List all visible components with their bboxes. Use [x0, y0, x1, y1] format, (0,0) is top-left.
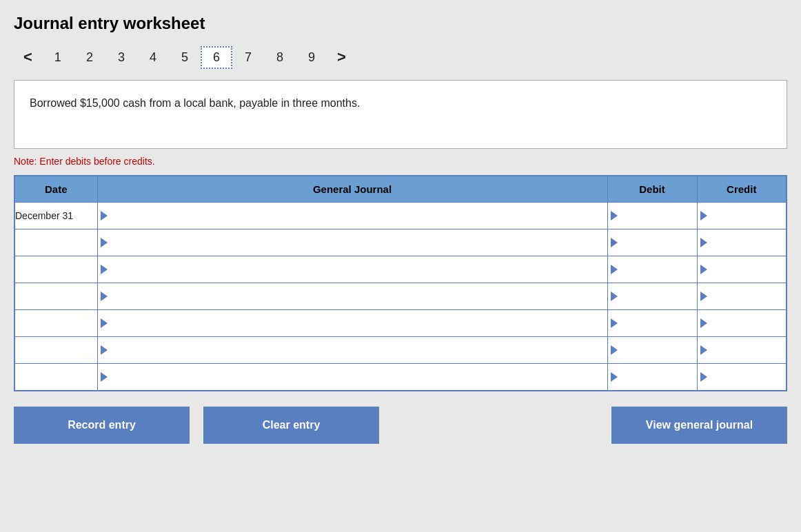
debit-cell-2[interactable] [607, 229, 697, 256]
debit-cell-5[interactable] [607, 310, 697, 337]
credit-input-4[interactable] [710, 283, 787, 309]
date-cell-6 [14, 337, 97, 364]
arrow-indicator [611, 291, 618, 301]
debit-input-7[interactable] [620, 364, 697, 390]
journal-input-7[interactable] [110, 364, 607, 390]
credit-cell-7[interactable] [697, 364, 787, 391]
journal-cell-5[interactable] [97, 310, 607, 337]
next-arrow[interactable]: > [327, 45, 356, 69]
debit-input-3[interactable] [620, 256, 697, 283]
journal-cell-2[interactable] [97, 229, 607, 256]
record-entry-button[interactable]: Record entry [14, 407, 190, 444]
arrow-indicator [611, 318, 618, 328]
journal-input-2[interactable] [110, 229, 607, 256]
page-title: Journal entry worksheet [14, 14, 787, 33]
col-header-journal: General Journal [97, 176, 607, 203]
arrow-indicator [700, 372, 707, 382]
arrow-indicator [700, 211, 707, 221]
credit-input-6[interactable] [710, 337, 787, 363]
table-row: December 31 [14, 203, 787, 229]
description-box: Borrowed $15,000 cash from a local bank,… [14, 80, 787, 149]
arrow-indicator [101, 291, 108, 301]
nav-page-9[interactable]: 9 [296, 46, 327, 69]
credit-cell-1[interactable] [697, 203, 787, 229]
arrow-indicator [700, 318, 707, 328]
credit-input-3[interactable] [710, 256, 787, 283]
journal-table: Date General Journal Debit Credit Decemb… [14, 175, 787, 391]
view-general-journal-button[interactable]: View general journal [611, 407, 787, 444]
arrow-indicator [700, 265, 707, 274]
buttons-row: Record entry Clear entry View general jo… [14, 407, 787, 444]
arrow-indicator [611, 238, 618, 247]
table-row [14, 337, 787, 364]
nav-page-7[interactable]: 7 [232, 46, 264, 69]
note-text: Note: Enter debits before credits. [14, 156, 787, 167]
nav-page-1[interactable]: 1 [42, 46, 74, 69]
debit-input-4[interactable] [620, 283, 697, 309]
nav-page-3[interactable]: 3 [105, 46, 137, 69]
nav-page-2[interactable]: 2 [74, 46, 105, 69]
debit-input-6[interactable] [620, 337, 697, 363]
arrow-indicator [101, 238, 108, 247]
debit-cell-6[interactable] [607, 337, 697, 364]
arrow-indicator [700, 291, 707, 301]
debit-input-1[interactable] [620, 203, 697, 229]
nav-page-8[interactable]: 8 [264, 46, 296, 69]
date-cell-2 [14, 229, 97, 256]
table-row [14, 310, 787, 337]
debit-cell-7[interactable] [607, 364, 697, 391]
nav-page-4[interactable]: 4 [137, 46, 169, 69]
debit-input-2[interactable] [620, 229, 697, 256]
journal-cell-7[interactable] [97, 364, 607, 391]
nav-page-5[interactable]: 5 [169, 46, 201, 69]
arrow-indicator [611, 372, 618, 382]
arrow-indicator [700, 238, 707, 247]
credit-input-7[interactable] [710, 364, 787, 390]
arrow-indicator [611, 265, 618, 274]
description-text: Borrowed $15,000 cash from a local bank,… [30, 97, 360, 109]
credit-input-2[interactable] [710, 229, 787, 256]
debit-input-5[interactable] [620, 310, 697, 336]
arrow-indicator [101, 318, 108, 328]
credit-input-1[interactable] [710, 203, 787, 229]
col-header-credit: Credit [697, 176, 787, 203]
debit-cell-1[interactable] [607, 203, 697, 229]
arrow-indicator [611, 345, 618, 355]
credit-cell-5[interactable] [697, 310, 787, 337]
arrow-indicator [611, 211, 618, 221]
arrow-indicator [101, 211, 108, 221]
arrow-indicator [101, 372, 108, 382]
nav-page-6[interactable]: 6 [201, 46, 232, 69]
credit-cell-6[interactable] [697, 337, 787, 364]
col-header-debit: Debit [607, 176, 697, 203]
credit-cell-4[interactable] [697, 283, 787, 310]
debit-cell-3[interactable] [607, 256, 697, 283]
debit-cell-4[interactable] [607, 283, 697, 310]
credit-cell-2[interactable] [697, 229, 787, 256]
journal-input-6[interactable] [110, 337, 607, 363]
clear-entry-button[interactable]: Clear entry [203, 407, 379, 444]
table-row [14, 256, 787, 283]
arrow-indicator [101, 345, 108, 355]
journal-input-1[interactable] [110, 203, 607, 229]
nav-bar: < 1 2 3 4 5 6 7 8 9 > [14, 45, 787, 69]
arrow-indicator [700, 345, 707, 355]
journal-cell-4[interactable] [97, 283, 607, 310]
col-header-date: Date [14, 176, 97, 203]
date-cell-7 [14, 364, 97, 391]
journal-cell-6[interactable] [97, 337, 607, 364]
table-row [14, 283, 787, 310]
table-row [14, 364, 787, 391]
arrow-indicator [101, 265, 108, 274]
journal-cell-3[interactable] [97, 256, 607, 283]
date-cell-3 [14, 256, 97, 283]
prev-arrow[interactable]: < [14, 45, 42, 69]
journal-input-4[interactable] [110, 283, 607, 309]
journal-cell-1[interactable] [97, 203, 607, 229]
date-cell-1: December 31 [14, 203, 97, 229]
credit-input-5[interactable] [710, 310, 787, 336]
journal-input-3[interactable] [110, 256, 607, 283]
journal-input-5[interactable] [110, 310, 607, 336]
table-row [14, 229, 787, 256]
credit-cell-3[interactable] [697, 256, 787, 283]
